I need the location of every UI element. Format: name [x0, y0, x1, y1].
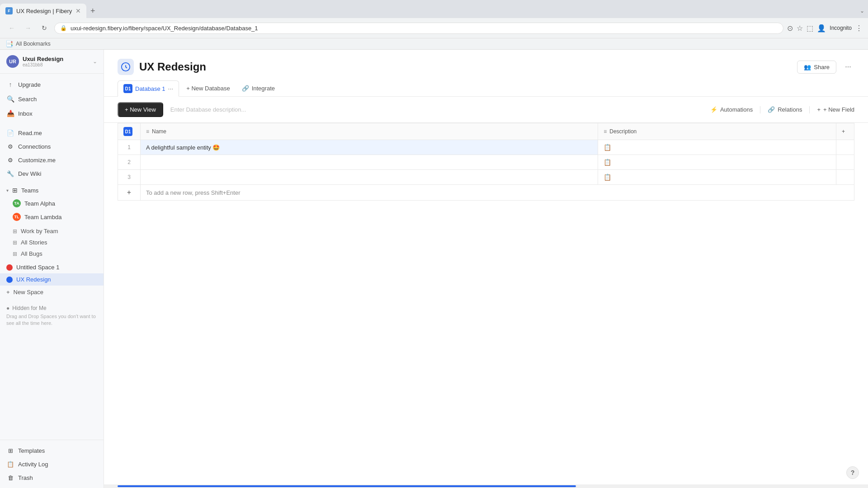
automations-icon: ⚡: [710, 106, 717, 113]
sidebar-item-upgrade[interactable]: ↑ Upgrade: [0, 77, 104, 92]
tab-close-button[interactable]: ✕: [75, 7, 81, 14]
more-options-button[interactable]: ···: [842, 61, 854, 73]
database-tabs: D1 Database 1 ··· + New Database 🔗 Integ…: [104, 75, 868, 97]
sidebar-item-team-lambda[interactable]: TL Team Lambda: [0, 210, 104, 224]
db-tab-label: Database 1: [135, 85, 165, 92]
db-tab-more-icon[interactable]: ···: [168, 85, 174, 92]
row-2-desc-cell[interactable]: 📋: [598, 155, 836, 170]
page-icon: [118, 59, 134, 75]
sidebar-bottom: ⊞ Templates 📋 Activity Log 🗑 Trash: [0, 440, 104, 488]
sidebar-item-untitled-space-1[interactable]: Untitled Space 1: [0, 261, 104, 273]
trash-label: Trash: [18, 474, 33, 481]
page-title-area: UX Redesign: [118, 59, 206, 75]
customize-label: Customize.me: [18, 157, 56, 164]
profile-icon[interactable]: 👤: [817, 24, 826, 33]
toolbar-right: ⚡ Automations 🔗 Relations + + New Field: [710, 106, 854, 113]
row-2-name-cell[interactable]: [141, 155, 598, 170]
row-3-name-cell[interactable]: [141, 170, 598, 185]
devwiki-label: Dev Wiki: [18, 170, 41, 177]
extensions-icon[interactable]: ⬚: [807, 24, 813, 33]
bookmark-star-icon[interactable]: ☆: [797, 24, 803, 33]
sidebar-item-all-bugs[interactable]: ⊞ All Bugs: [0, 248, 104, 259]
camera-icon[interactable]: ⊙: [787, 24, 793, 33]
untitled-space-label: Untitled Space 1: [16, 264, 59, 271]
sidebar-item-team-alpha[interactable]: TA Team Alpha: [0, 197, 104, 210]
tab-scroll-left[interactable]: ⌄: [860, 8, 864, 14]
search-icon: 🔍: [6, 95, 14, 103]
tab-arrows: ⌄: [860, 8, 868, 14]
tab-bar: F UX Redesign | Fibery ✕ + ⌄: [0, 0, 868, 18]
ux-redesign-label: UX Redesign: [16, 276, 51, 283]
row-1-name-cell[interactable]: A delightful sample entity 🤩: [141, 140, 598, 155]
relations-icon: 🔗: [768, 106, 775, 113]
help-button[interactable]: ?: [846, 466, 859, 479]
readme-label: Read.me: [18, 130, 42, 136]
forward-button[interactable]: →: [22, 22, 34, 34]
team-lambda-avatar: TL: [13, 213, 21, 221]
sidebar-item-connections[interactable]: ⚙ Connections: [0, 140, 104, 153]
reload-button[interactable]: ↻: [38, 22, 51, 34]
sidebar-item-templates[interactable]: ⊞ Templates: [0, 444, 104, 457]
sidebar-item-all-stories[interactable]: ⊞ All Stories: [0, 237, 104, 248]
sub-items: ⊞ Work by Team ⊞ All Stories ⊞ All Bugs: [0, 225, 104, 259]
workspace-name: Uxui Redesign: [23, 56, 63, 62]
sidebar-item-ux-redesign[interactable]: UX Redesign: [0, 273, 104, 286]
browser-nav: ← → ↻ 🔒 uxui-redesign.fibery.io/fibery/s…: [0, 18, 868, 38]
automations-button[interactable]: ⚡ Automations: [710, 106, 753, 113]
address-bar[interactable]: 🔒 uxui-redesign.fibery.io/fibery/space/U…: [54, 23, 783, 34]
sidebar-item-customize[interactable]: ⚙ Customize.me: [0, 153, 104, 167]
workspace-selector[interactable]: UR Uxui Redesign ea131bb8: [6, 55, 63, 68]
sidebar-item-devwiki[interactable]: 🔧 Dev Wiki: [0, 167, 104, 180]
work-by-team-label: Work by Team: [21, 228, 58, 235]
workspace-chevron-icon[interactable]: ⌄: [93, 58, 97, 65]
desc-col-header[interactable]: ≡ Description: [598, 123, 836, 140]
new-database-button[interactable]: + New Database: [182, 82, 234, 94]
add-column-button[interactable]: +: [836, 123, 854, 140]
desc-icon-1: 📋: [604, 144, 611, 151]
sidebar-item-inbox[interactable]: 📥 Inbox: [0, 106, 104, 121]
desc-icon-2: 📋: [604, 159, 611, 166]
sidebar-item-readme[interactable]: 📄 Read.me: [0, 126, 104, 140]
hidden-section-title[interactable]: ● Hidden for Me: [6, 305, 97, 311]
new-tab-button[interactable]: +: [86, 5, 99, 17]
hidden-dot-icon: ●: [6, 305, 9, 311]
sidebar-item-trash[interactable]: 🗑 Trash: [0, 471, 104, 484]
toolbar-divider-2: [809, 106, 810, 113]
add-row-plus-icon[interactable]: +: [127, 188, 131, 196]
sidebar-header: UR Uxui Redesign ea131bb8 ⌄: [0, 50, 104, 74]
share-button[interactable]: 👥 Share: [797, 61, 836, 74]
back-button[interactable]: ←: [5, 22, 18, 34]
horizontal-scrollbar[interactable]: [118, 485, 576, 487]
relations-button[interactable]: 🔗 Relations: [768, 106, 802, 113]
sidebar-item-activity-log[interactable]: 📋 Activity Log: [0, 457, 104, 471]
templates-label: Templates: [18, 447, 45, 454]
browser-chrome: F UX Redesign | Fibery ✕ + ⌄ ← → ↻ 🔒 uxu…: [0, 0, 868, 50]
all-stories-label: All Stories: [21, 239, 47, 246]
new-space-plus-icon: +: [6, 289, 10, 296]
bookmarks-label[interactable]: All Bookmarks: [16, 41, 51, 47]
db-description-input[interactable]: Enter Database description...: [169, 104, 705, 115]
integrate-button[interactable]: 🔗 Integrate: [237, 82, 279, 94]
menu-icon[interactable]: ⋮: [855, 24, 863, 33]
row-number-col-header: D1: [118, 123, 141, 140]
row-3-extra-cell: [836, 170, 854, 185]
tab-title: UX Redesign | Fibery: [16, 8, 72, 14]
teams-section: ▾ ⊞ Teams TA Team Alpha TL Team Lambda: [0, 182, 104, 225]
new-field-button[interactable]: + + New Field: [817, 106, 854, 113]
sidebar-item-work-by-team[interactable]: ⊞ Work by Team: [0, 225, 104, 237]
activity-log-label: Activity Log: [18, 461, 48, 468]
address-text: uxui-redesign.fibery.io/fibery/space/UX_…: [71, 25, 778, 32]
active-tab[interactable]: F UX Redesign | Fibery ✕: [0, 4, 86, 18]
sidebar-item-search[interactable]: 🔍 Search: [0, 92, 104, 106]
new-space-button[interactable]: + New Space: [0, 286, 104, 299]
name-col-header[interactable]: ≡ Name: [141, 123, 598, 140]
customize-icon: ⚙: [6, 156, 14, 164]
row-1-desc-cell[interactable]: 📋: [598, 140, 836, 155]
bottom-bar: [104, 484, 868, 488]
database-tab-active[interactable]: D1 Database 1 ···: [118, 80, 179, 97]
teams-header[interactable]: ▾ ⊞ Teams: [0, 184, 104, 197]
row-3-desc-cell[interactable]: 📋: [598, 170, 836, 185]
db-table-container: D1 ≡ Name ≡ Description: [104, 123, 868, 484]
new-view-button[interactable]: + New View: [118, 102, 163, 117]
table-row: 1 A delightful sample entity 🤩 📋: [118, 140, 854, 155]
